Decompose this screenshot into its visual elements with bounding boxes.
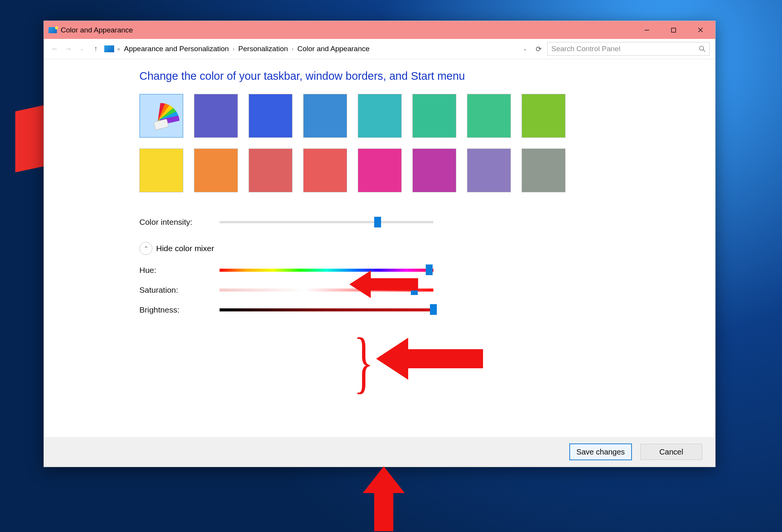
mixer-toggle[interactable]: ⌃ Hide color mixer: [139, 242, 715, 255]
swatch-color[interactable]: [412, 148, 456, 192]
content-area: Change the color of your taskbar, window…: [44, 59, 715, 437]
minimize-button[interactable]: [633, 21, 660, 39]
swatch-color[interactable]: [358, 94, 402, 138]
window-title: Color and Appearance: [61, 26, 133, 34]
intensity-label: Color intensity:: [139, 218, 220, 227]
chevron-up-icon[interactable]: ⌃: [139, 242, 152, 255]
swatch-color[interactable]: [522, 94, 565, 138]
swatch-color[interactable]: [467, 148, 511, 192]
swatch-automatic[interactable]: [139, 94, 183, 138]
forward-button[interactable]: →: [63, 44, 74, 54]
window-icon: [48, 27, 57, 33]
swatch-color[interactable]: [249, 94, 292, 138]
color-mixer: Hue: Saturation: Brightness:: [139, 266, 715, 314]
saturation-label: Saturation:: [139, 285, 220, 295]
annotation-brace: }: [354, 342, 373, 383]
breadcrumb-personalization[interactable]: Personalization: [237, 44, 289, 54]
recent-locations-button[interactable]: ⌄: [77, 44, 87, 54]
refresh-button[interactable]: ⟳: [533, 44, 544, 54]
intensity-slider[interactable]: [220, 221, 433, 223]
hue-label: Hue:: [139, 266, 220, 275]
swatch-color[interactable]: [303, 94, 347, 138]
breadcrumb-appearance[interactable]: Appearance and Personalization: [123, 44, 231, 54]
saturation-thumb[interactable]: [411, 284, 418, 295]
breadcrumb-color[interactable]: Color and Appearance: [296, 44, 371, 54]
search-placeholder: Search Control Panel: [551, 45, 699, 53]
swatch-color[interactable]: [194, 94, 238, 138]
swatch-color[interactable]: [412, 94, 456, 138]
address-bar: ← → ⌄ ↑ « Appearance and Personalization…: [44, 39, 715, 59]
page-title: Change the color of your taskbar, window…: [139, 70, 715, 82]
swatch-color[interactable]: [467, 94, 511, 138]
swatch-color[interactable]: [139, 148, 183, 192]
swatch-color[interactable]: [358, 148, 402, 192]
close-button[interactable]: [687, 21, 714, 39]
mixer-toggle-label: Hide color mixer: [156, 244, 214, 253]
swatch-color[interactable]: [249, 148, 292, 192]
swatch-color[interactable]: [303, 148, 347, 192]
brightness-slider[interactable]: [220, 308, 433, 311]
color-appearance-window: Color and Appearance ← → ⌄ ↑ « Appearanc…: [44, 21, 716, 467]
saturation-slider[interactable]: [220, 289, 433, 292]
chevron-right-icon: ›: [233, 46, 234, 52]
back-button[interactable]: ←: [49, 44, 60, 54]
breadcrumb-overflow[interactable]: «: [117, 46, 120, 52]
up-button[interactable]: ↑: [90, 44, 101, 54]
swatch-color[interactable]: [194, 148, 238, 192]
intensity-row: Color intensity:: [139, 218, 715, 227]
search-icon: [699, 45, 706, 52]
maximize-button[interactable]: [660, 21, 687, 39]
search-input[interactable]: Search Control Panel: [547, 42, 710, 56]
brightness-thumb[interactable]: [430, 304, 437, 315]
breadcrumb[interactable]: « Appearance and Personalization › Perso…: [117, 44, 371, 54]
intensity-thumb[interactable]: [374, 217, 381, 227]
svg-marker-3: [376, 338, 483, 380]
dialog-footer: Save changes Cancel: [44, 437, 715, 467]
cancel-button[interactable]: Cancel: [640, 444, 702, 460]
svg-rect-0: [672, 28, 676, 32]
hue-thumb[interactable]: [426, 264, 433, 275]
save-button[interactable]: Save changes: [569, 443, 632, 460]
brightness-label: Brightness:: [139, 305, 220, 314]
titlebar: Color and Appearance: [44, 21, 715, 39]
annotation-arrow: [376, 330, 483, 387]
swatch-color[interactable]: [522, 148, 565, 192]
path-icon: [104, 45, 114, 52]
address-dropdown[interactable]: ⌄: [520, 44, 530, 54]
hue-slider[interactable]: [220, 269, 433, 272]
chevron-right-icon: ›: [292, 46, 294, 52]
color-swatches: [139, 94, 609, 192]
svg-point-1: [700, 46, 704, 50]
